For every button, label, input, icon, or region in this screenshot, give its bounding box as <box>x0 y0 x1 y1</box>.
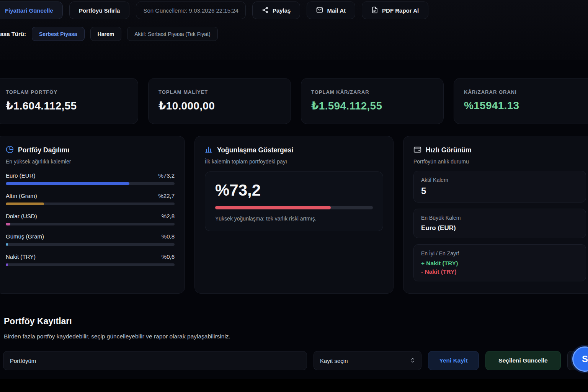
quick-box-label: En İyi / En Zayıf <box>421 250 578 256</box>
stat-label: TOPLAM MALİYET <box>158 89 281 95</box>
chevron-up-down-icon <box>410 357 416 364</box>
quick-view-header: Hızlı Görünüm <box>413 145 586 155</box>
records-description: Birden fazla portföy kaydedebilir, seçip… <box>4 333 230 340</box>
stat-card-profit-ratio: KÂR/ZARAR ORANI %15941.13 <box>454 78 588 124</box>
bar-chart-icon <box>205 145 213 155</box>
records-controls: Kayit seçin Yeni Kayit Seçileni Güncelle <box>3 351 588 370</box>
mail-icon <box>316 7 323 15</box>
allocation-panel: Portföy Dağılımı En yüksek ağırlıklı kal… <box>0 136 185 294</box>
reset-portfolio-button[interactable]: Portföyü Sıfırla <box>69 2 130 19</box>
share-button[interactable]: Paylaş <box>252 2 301 19</box>
best-item-value: + Nakit (TRY) <box>421 260 578 267</box>
stat-value: ₺1.594.112,55 <box>311 100 433 112</box>
allocation-bar-track <box>6 223 175 225</box>
stat-label: TOPLAM KÂR/ZARAR <box>311 89 433 95</box>
quick-box-label: Aktif Kalem <box>421 177 578 183</box>
allocation-title: Portföy Dağılımı <box>18 146 69 154</box>
allocation-item-label: Nakit (TRY) <box>6 253 36 260</box>
market-option-harem[interactable]: Harem <box>90 27 122 41</box>
allocation-item-label: Altın (Gram) <box>6 193 37 199</box>
toolbar: Fiyattari Güncelle Portföyü Sıfırla Son … <box>0 2 428 19</box>
quick-box-best-worst: En İyi / En Zayıf + Nakit (TRY) - Nakit … <box>413 244 586 281</box>
pdf-report-button-label: PDF Rapor Al <box>382 7 419 14</box>
allocation-bar-fill <box>6 223 10 225</box>
concentration-header: Yoğunlaşma Göstergesi <box>205 145 383 155</box>
concentration-panel: Yoğunlaşma Göstergesi İlk kalemin toplam… <box>194 136 394 294</box>
allocation-header: Portföy Dağılımı <box>6 145 175 155</box>
mail-button-label: Mail At <box>327 7 346 14</box>
update-prices-button[interactable]: Fiyattari Güncelle <box>0 2 63 19</box>
quick-view-title: Hızlı Görünüm <box>426 146 472 154</box>
share-icon <box>262 7 269 15</box>
allocation-item-gold: Altın (Gram)%22,7 <box>6 193 175 205</box>
quick-box-value: Euro (EUR) <box>421 224 578 232</box>
allocation-item-euro: Euro (EUR)%73,2 <box>6 172 175 185</box>
allocation-bar-fill <box>6 203 44 205</box>
allocation-item-label: Dolar (USD) <box>6 213 37 219</box>
pie-chart-icon <box>6 145 14 155</box>
quick-box-label: En Büyük Kalem <box>421 215 578 221</box>
stat-label: KÂR/ZARAR ORANI <box>464 89 586 95</box>
stat-card-total-cost: TOPLAM MALİYET ₺10.000,00 <box>148 78 291 124</box>
stat-card-total-profit: TOPLAM KÂR/ZARAR ₺1.594.112,55 <box>301 78 444 124</box>
mail-button[interactable]: Mail At <box>307 2 355 19</box>
stat-value: ₺1.604.112,55 <box>6 100 128 112</box>
pdf-report-button[interactable]: PDF Rapor Al <box>362 2 428 19</box>
stats-cards: TOPLAM PORTFÖY ₺1.604.112,55 TOPLAM MALİ… <box>0 78 588 124</box>
record-select[interactable]: Kayit seçin <box>314 351 421 370</box>
allocation-bar-fill <box>6 263 8 266</box>
middle-panels: Portföy Dağılımı En yüksek ağırlıklı kal… <box>0 136 588 294</box>
allocation-item-cash: Nakit (TRY)%0,6 <box>6 253 175 266</box>
market-type-row: Piyasa Türü: Serbest Piyasa Harem Aktif:… <box>0 27 218 41</box>
new-record-button[interactable]: Yeni Kayit <box>428 351 479 370</box>
stat-card-total-portfolio: TOPLAM PORTFÖY ₺1.604.112,55 <box>0 78 138 124</box>
portfolio-dashboard: Fiyattari Güncelle Portföyü Sıfırla Son … <box>0 0 588 392</box>
concentration-note: Yüksek yoğunlaşma: tek varlık riski artm… <box>215 216 373 222</box>
allocation-bar-track <box>6 263 175 266</box>
wallet-icon <box>413 145 421 155</box>
allocation-item-percent: %0,8 <box>162 233 175 240</box>
pdf-document-icon <box>371 7 378 15</box>
records-title: Portföy Kayıtları <box>4 316 72 327</box>
market-option-serbest-piyasa[interactable]: Serbest Piyasa <box>32 27 85 41</box>
allocation-item-label: Gümüş (Gram) <box>6 233 44 240</box>
allocation-item-label: Euro (EUR) <box>6 172 36 179</box>
market-type-label: Piyasa Türü: <box>0 31 26 37</box>
allocation-item-percent: %0,6 <box>162 253 175 260</box>
quick-box-value: 5 <box>421 186 578 196</box>
bottom-strip <box>0 379 588 392</box>
share-button-label: Paylaş <box>273 7 291 14</box>
worst-item-value: - Nakit (TRY) <box>421 268 578 275</box>
allocation-list: Euro (EUR)%73,2 Altın (Gram)%22,7 Dolar … <box>6 172 175 266</box>
allocation-bar-fill <box>6 243 8 246</box>
stat-value: %15941.13 <box>464 100 586 112</box>
concentration-bar-track <box>215 206 373 209</box>
allocation-item-silver: Gümüş (Gram)%0,8 <box>6 233 175 246</box>
quick-box-active-items: Aktif Kalem 5 <box>413 171 586 203</box>
active-market-info: Aktif: Serbest Piyasa (Tek Fiyat) <box>127 27 217 41</box>
quick-view-panel: Hızlı Görünüm Portföyün anlık durumu Akt… <box>403 136 588 294</box>
concentration-gauge-card: %73,2 Yüksek yoğunlaşma: tek varlık risk… <box>205 172 383 231</box>
concentration-value: %73,2 <box>215 181 373 199</box>
stat-value: ₺10.000,00 <box>158 100 281 112</box>
quick-box-biggest-item: En Büyük Kalem Euro (EUR) <box>413 209 586 238</box>
allocation-item-percent: %73,2 <box>158 172 175 179</box>
stat-label: TOPLAM PORTFÖY <box>6 89 128 95</box>
allocation-item-percent: %22,7 <box>158 193 175 199</box>
allocation-bar-track <box>6 203 175 205</box>
quick-view-subtitle: Portföyün anlık durumu <box>413 158 586 165</box>
concentration-title: Yoğunlaşma Göstergesi <box>217 146 293 154</box>
record-select-value: Kayit seçin <box>320 358 348 364</box>
last-update-status: Son Güncelleme: 9.03.2026 22:15:24 <box>136 2 246 19</box>
portfolio-name-input[interactable] <box>3 351 307 370</box>
update-selected-button[interactable]: Seçileni Güncelle <box>485 351 561 370</box>
allocation-item-percent: %2,8 <box>162 213 175 219</box>
allocation-bar-fill <box>6 182 129 185</box>
concentration-bar-fill <box>215 206 331 209</box>
allocation-subtitle: En yüksek ağırlıklı kalemler <box>6 158 175 165</box>
allocation-bar-track <box>6 243 175 246</box>
allocation-item-dollar: Dolar (USD)%2,8 <box>6 213 175 225</box>
allocation-bar-track <box>6 182 175 185</box>
concentration-subtitle: İlk kalemin toplam portföydeki payı <box>205 158 383 165</box>
